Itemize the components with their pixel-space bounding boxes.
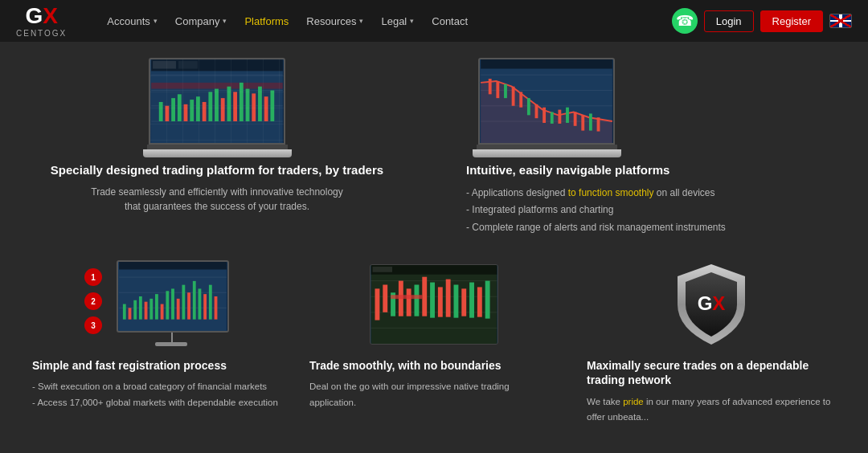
svg-rect-57 [145, 302, 148, 320]
laptop-image-2 [466, 58, 627, 162]
legal-chevron: ▾ [410, 17, 414, 25]
svg-rect-64 [182, 285, 185, 320]
shield-svg: GX [671, 260, 751, 349]
intuitive-list-item-1: - Applications designed to function smoo… [466, 185, 726, 202]
logo-gx: GX [25, 5, 57, 27]
secure-trades-desc: We take pride in our many years of advan… [587, 394, 836, 426]
intuitive-list-item-2: - Integrated platforms and charting [466, 202, 726, 219]
logo-brand: CENTOGX [16, 29, 67, 38]
svg-rect-46 [589, 113, 592, 130]
svg-rect-87 [454, 285, 459, 318]
contact-label: Contact [432, 15, 468, 27]
resources-label: Resources [306, 15, 356, 27]
accounts-label: Accounts [107, 15, 149, 27]
uk-flag-icon[interactable] [829, 14, 852, 28]
svg-rect-63 [177, 299, 180, 320]
platforms-label: Platforms [244, 15, 289, 27]
svg-rect-77 [375, 289, 380, 320]
svg-rect-36 [512, 87, 515, 106]
feature-secure-trades: GX Maximally secure trades on a dependab… [587, 260, 836, 425]
svg-rect-88 [461, 289, 466, 316]
nav-item-contact[interactable]: Contact [424, 0, 476, 42]
laptop-base-2 [473, 149, 621, 157]
nav-item-resources[interactable]: Resources ▾ [298, 0, 371, 42]
legal-label: Legal [381, 15, 407, 27]
svg-rect-82 [415, 285, 420, 316]
svg-rect-35 [504, 84, 507, 98]
number-1: 1 [84, 268, 102, 286]
svg-rect-37 [519, 92, 522, 107]
svg-rect-66 [193, 281, 196, 320]
monitor-screen [117, 260, 229, 333]
svg-rect-91 [485, 281, 490, 319]
svg-rect-68 [203, 294, 207, 320]
feature-trade-smoothly: Trade smoothly, with no boundaries Deal … [309, 260, 559, 425]
svg-rect-56 [139, 296, 142, 320]
monitor-foot [155, 342, 187, 346]
svg-rect-58 [149, 299, 153, 320]
trading-chart-image [309, 260, 559, 349]
svg-rect-70 [215, 296, 218, 320]
nav-item-platforms[interactable]: Platforms [236, 0, 297, 42]
trading-platform-title: Specially designed trading platform for … [51, 162, 383, 178]
monitor-wrapper: 1 2 3 [84, 260, 229, 349]
svg-rect-42 [558, 110, 561, 124]
trading-chart-visual [370, 264, 498, 345]
monitor-with-numbers-image: 1 2 3 [32, 260, 281, 349]
nav-item-company[interactable]: Company ▾ [167, 0, 235, 42]
reg-list-item-2: - Access 17,000+ global markets with dep… [32, 395, 278, 411]
svg-rect-34 [496, 81, 499, 98]
pride-highlight: pride [623, 397, 644, 406]
register-button[interactable]: Register [760, 10, 823, 32]
highlight-text: to function smoothly [568, 187, 654, 198]
feature-trading-platform: Specially designed trading platform for … [32, 58, 418, 236]
svg-rect-85 [438, 288, 443, 317]
header-actions: ☎ Login Register [672, 8, 852, 34]
resources-chevron: ▾ [359, 17, 363, 25]
whatsapp-icon[interactable]: ☎ [672, 8, 698, 34]
nav-item-legal[interactable]: Legal ▾ [373, 0, 422, 42]
registration-list: - Swift execution on a broad category of… [32, 379, 278, 410]
header: GX CENTOGX Accounts ▾ Company ▾ Platform… [0, 0, 868, 42]
svg-rect-41 [551, 112, 554, 123]
svg-rect-62 [171, 289, 174, 320]
shield-image: GX [587, 260, 836, 349]
svg-rect-33 [489, 79, 492, 94]
accounts-chevron: ▾ [154, 17, 158, 25]
intuitive-list-item-3: - Complete range of alerts and risk mana… [466, 219, 726, 237]
feature-intuitive-platforms: Intuitive, easily navigable platforms - … [450, 58, 836, 236]
chart-svg-2 [480, 59, 613, 143]
logo-area: GX CENTOGX [16, 5, 67, 38]
svg-rect-86 [446, 280, 451, 317]
svg-rect-89 [469, 283, 474, 318]
top-row: Specially designed trading platform for … [32, 58, 836, 236]
svg-rect-47 [597, 117, 600, 131]
svg-rect-55 [133, 300, 137, 320]
secure-trades-title: Maximally secure trades on a dependable … [587, 358, 836, 387]
laptop-screen-2 [478, 58, 615, 145]
intuitive-platforms-title: Intuitive, easily navigable platforms [466, 162, 669, 178]
svg-rect-48 [481, 59, 612, 69]
main-nav: Accounts ▾ Company ▾ Platforms Resources… [99, 0, 671, 42]
login-button[interactable]: Login [704, 10, 754, 32]
monitor-stand [171, 333, 173, 342]
laptop-image [137, 58, 297, 162]
svg-rect-40 [542, 108, 546, 123]
svg-rect-71 [119, 262, 227, 270]
svg-rect-60 [161, 304, 164, 320]
nav-item-accounts[interactable]: Accounts ▾ [99, 0, 165, 42]
svg-rect-94 [373, 267, 393, 272]
reg-list-item-1: - Swift execution on a broad category of… [32, 379, 278, 395]
svg-rect-38 [527, 98, 530, 115]
svg-rect-44 [574, 112, 577, 125]
trade-smoothly-title: Trade smoothly, with no boundaries [309, 358, 502, 373]
bottom-row: 1 2 3 [32, 260, 836, 425]
chart-grid [150, 59, 284, 143]
company-label: Company [175, 15, 220, 27]
number-3: 3 [84, 316, 102, 334]
trading-platform-desc: Trade seamlessly and efficiently with in… [88, 185, 346, 214]
svg-rect-83 [422, 277, 427, 316]
logo-x: X [43, 3, 58, 28]
svg-rect-81 [407, 289, 411, 316]
svg-rect-65 [187, 293, 190, 320]
